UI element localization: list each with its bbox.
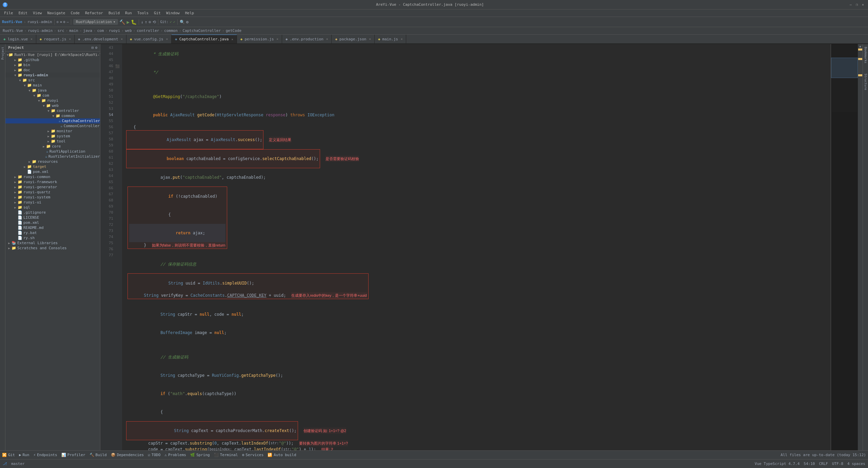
tree-item-ruoyi-generator[interactable]: ▶ 📁 ruoyi-generator bbox=[5, 184, 100, 190]
tree-item-controller[interactable]: ▼ 📁 controller bbox=[5, 108, 100, 113]
tab-close-pkg[interactable]: ✕ bbox=[369, 37, 371, 41]
tree-item-license[interactable]: 📄 LICENSE bbox=[5, 215, 100, 220]
menu-help[interactable]: Help bbox=[182, 10, 197, 16]
autobuild-tool[interactable]: 🔁 Auto build bbox=[268, 453, 296, 457]
toolbar-icon-1[interactable]: ⊙ bbox=[57, 20, 59, 24]
gutter-arrow-up[interactable]: ▲ bbox=[860, 45, 861, 48]
bc-captchacontroller[interactable]: CaptchaController bbox=[182, 28, 221, 33]
bc-controller[interactable]: controller bbox=[137, 28, 159, 33]
tab-close-envdev[interactable]: ✕ bbox=[121, 37, 123, 41]
bc-web[interactable]: web bbox=[125, 28, 132, 33]
tree-item-commoncontroller[interactable]: ☕ CommonController bbox=[5, 123, 100, 129]
tree-item-sql[interactable]: ▶ 📁 sql bbox=[5, 205, 100, 210]
vcs-history-icon[interactable]: ⊙ bbox=[149, 20, 151, 24]
tree-item-captchacontroller[interactable]: ☕ CaptchaController bbox=[5, 118, 100, 123]
tree-item-bin[interactable]: ▶ 📁 bin bbox=[5, 62, 100, 67]
bc-ruoyi[interactable]: ruoyi bbox=[109, 28, 120, 33]
tree-item-root[interactable]: ▼ 📁 RuoYi-Vue [ruoyi] E:\WorkSpace1\RuoY… bbox=[5, 52, 100, 57]
tree-item-resources[interactable]: ▶ 📁 resources bbox=[5, 159, 100, 164]
tree-item-ruoyi-pkg[interactable]: ▼ 📁 ruoyi bbox=[5, 98, 100, 103]
tree-item-ruoyiapp[interactable]: ☕ RuoYiApplication bbox=[5, 149, 100, 154]
git-tool[interactable]: 🔀 Git bbox=[2, 453, 15, 457]
bc-com[interactable]: com bbox=[97, 28, 104, 33]
tree-item-scratches[interactable]: ▶ 📁 Scratches and Consoles bbox=[5, 246, 100, 251]
tree-item-ruoyi-common[interactable]: ▶ 📁 ruoyi-common bbox=[5, 174, 100, 179]
tree-item-doc[interactable]: ▶ 📁 doc bbox=[5, 67, 100, 73]
status-position[interactable]: 54:10 bbox=[804, 462, 815, 466]
tree-item-system[interactable]: ▶ 📁 system bbox=[5, 134, 100, 139]
problems-tool[interactable]: ⚠ Problems bbox=[164, 453, 186, 457]
code-editor[interactable]: * 生成验证码 */ @GetMapping("/captchaImage") … bbox=[122, 44, 831, 450]
run-config-selector[interactable]: RuoYiApplication ▾ bbox=[73, 19, 118, 25]
tree-item-ruoyi-system[interactable]: ▶ 📁 ruoyi-system bbox=[5, 195, 100, 200]
tree-item-src[interactable]: ▼ 📁 src bbox=[5, 78, 100, 83]
bc-src[interactable]: src bbox=[58, 28, 64, 33]
tree-item-extlibs[interactable]: ▶ 📚 External Libraries bbox=[5, 240, 100, 246]
tree-item-readme[interactable]: 📄 README.md bbox=[5, 225, 100, 230]
dependencies-tool[interactable]: 📦 Dependencies bbox=[111, 453, 144, 457]
bookmarks-tab[interactable]: Bookmarks bbox=[864, 47, 867, 63]
menu-tools[interactable]: Tools bbox=[135, 10, 151, 16]
tree-item-ruoyiadmin[interactable]: ▼ 📁 ruoyi-admin bbox=[5, 73, 100, 78]
bc-java[interactable]: java bbox=[83, 28, 92, 33]
tab-vue-config[interactable]: ◈ vue.config.js ✕ bbox=[126, 35, 172, 43]
tab-close-request[interactable]: ✕ bbox=[69, 37, 71, 41]
toolbar-icon-3[interactable]: ⚙ bbox=[63, 20, 65, 24]
tab-close-captcha[interactable]: ✕ bbox=[231, 38, 233, 41]
maximize-button[interactable]: ❐ bbox=[854, 3, 859, 6]
tab-package-json[interactable]: ◈ package.json ✕ bbox=[332, 35, 375, 43]
tab-env-dev[interactable]: ◈ .env.development ✕ bbox=[75, 35, 126, 43]
vcs-revert-icon[interactable]: ⟲ bbox=[153, 20, 156, 24]
tab-request-js[interactable]: ◈ request.js ✕ bbox=[36, 35, 75, 43]
tree-item-main[interactable]: ▼ 📁 main bbox=[5, 83, 100, 88]
menu-run[interactable]: Run bbox=[122, 10, 135, 16]
structure-tab[interactable]: Structure bbox=[864, 74, 867, 90]
tree-item-tool[interactable]: ▶ 📁 tool bbox=[5, 139, 100, 144]
tree-item-pom-admin[interactable]: 📄 pom.xml bbox=[5, 169, 100, 174]
profiler-tool[interactable]: 📊 Profiler bbox=[61, 453, 85, 457]
minimize-button[interactable]: — bbox=[848, 3, 853, 6]
bc-common[interactable]: common bbox=[164, 28, 178, 33]
tab-close-vueconfig[interactable]: ✕ bbox=[166, 37, 168, 41]
search-icon[interactable]: 🔍 bbox=[180, 20, 185, 24]
close-button[interactable]: ✕ bbox=[861, 3, 865, 6]
tab-env-prod[interactable]: ◈ .env.production ✕ bbox=[282, 35, 332, 43]
toolbar-icon-4[interactable]: — bbox=[67, 20, 69, 24]
bc-main[interactable]: main bbox=[69, 28, 78, 33]
bc-ruoyivue[interactable]: RuoYi-Vue bbox=[3, 28, 23, 33]
vcs-update-icon[interactable]: ↓ bbox=[141, 20, 143, 24]
debug-icon[interactable]: 🐛 bbox=[131, 19, 137, 25]
tree-item-ruoyi-framework[interactable]: ▶ 📁 ruoyi-framework bbox=[5, 179, 100, 184]
tab-close-main[interactable]: ✕ bbox=[401, 37, 402, 41]
services-tool[interactable]: ⚙ Services bbox=[242, 453, 264, 457]
bc-getcode[interactable]: getCode bbox=[226, 28, 241, 33]
terminal-tool[interactable]: ⬛ Terminal bbox=[214, 453, 238, 457]
settings-tree-icon[interactable]: ⚙ bbox=[95, 45, 97, 50]
status-indent[interactable]: 4 spaces bbox=[847, 462, 865, 466]
tree-item-rybat[interactable]: 📄 ry.bat bbox=[5, 230, 100, 235]
menu-code[interactable]: Code bbox=[68, 10, 82, 16]
vcs-push-icon[interactable]: ↑ bbox=[145, 20, 147, 24]
tree-item-gitignore[interactable]: 📄 .gitignore bbox=[5, 210, 100, 215]
tab-close-envprod[interactable]: ✕ bbox=[326, 37, 328, 41]
menu-git[interactable]: Git bbox=[151, 10, 163, 16]
collapse-all-icon[interactable]: ⊟ bbox=[92, 45, 94, 50]
tree-item-ruoyi-ui[interactable]: ▶ 📁 ruoyi-ui bbox=[5, 200, 100, 205]
tab-close-perm[interactable]: ✕ bbox=[277, 37, 278, 41]
endpoints-tool[interactable]: ⚡ Endpoints bbox=[33, 453, 57, 457]
run-icon[interactable]: ▶ bbox=[126, 19, 129, 25]
build-icon[interactable]: 🔨 bbox=[119, 19, 125, 25]
build-tool[interactable]: 🔨 Build bbox=[90, 453, 107, 457]
menu-navigate[interactable]: Navigate bbox=[45, 10, 68, 16]
tree-item-pom-root[interactable]: 📄 pom.xml bbox=[5, 220, 100, 225]
tab-permission-js[interactable]: ◈ permission.js ✕ bbox=[237, 35, 282, 43]
tab-captcha-controller[interactable]: ◈ CaptchaController.java ✕ bbox=[172, 35, 237, 43]
bc-ruoyiadmin[interactable]: ruoyi-admin bbox=[28, 28, 53, 33]
tree-item-monitor[interactable]: ▶ 📁 monitor bbox=[5, 129, 100, 134]
settings-icon[interactable]: ⚙ bbox=[186, 20, 189, 24]
tree-item-java[interactable]: ▼ 📁 java bbox=[5, 88, 100, 93]
tree-item-com[interactable]: ▼ 📁 com bbox=[5, 93, 100, 98]
menu-window[interactable]: Window bbox=[163, 10, 182, 16]
menu-edit[interactable]: Edit bbox=[16, 10, 31, 16]
menu-view[interactable]: View bbox=[30, 10, 45, 16]
